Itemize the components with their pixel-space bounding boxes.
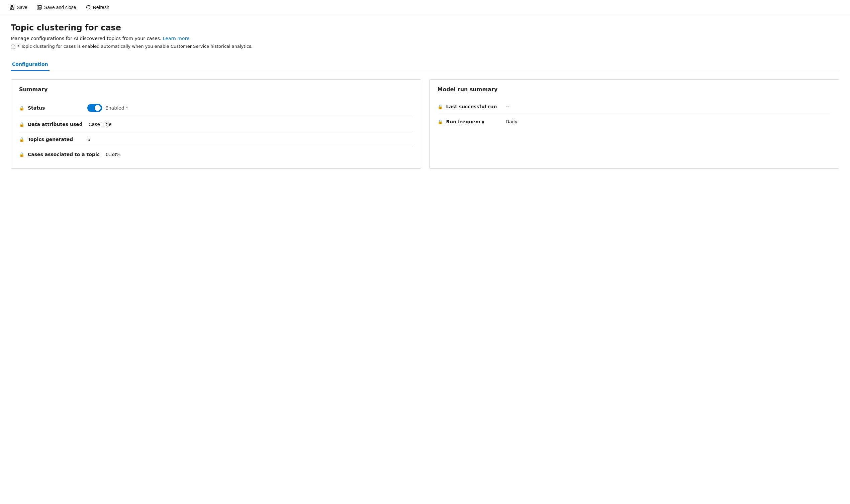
refresh-label: Refresh <box>93 5 109 10</box>
save-label: Save <box>17 5 28 10</box>
svg-rect-7 <box>39 5 41 6</box>
svg-rect-3 <box>11 8 12 9</box>
page-description-text: Manage configurations for AI discovered … <box>11 36 161 41</box>
data-attributes-label: Data attributes used <box>28 122 83 127</box>
data-attributes-lock-icon: 🔒 <box>19 122 24 127</box>
page-notice: ⓘ * Topic clustering for cases is enable… <box>11 44 839 50</box>
model-run-card-title: Model run summary <box>437 86 831 93</box>
cards-row: Summary 🔒 Status Enabled * 🔒 Data attrib… <box>11 79 839 169</box>
svg-rect-1 <box>11 5 13 7</box>
page-title: Topic clustering for case <box>11 23 839 32</box>
save-close-icon <box>37 5 42 10</box>
last-run-field-row: 🔒 Last successful run -- <box>437 99 831 114</box>
summary-card-title: Summary <box>19 86 413 93</box>
toolbar: Save Save and close Refresh <box>0 0 850 15</box>
save-close-label: Save and close <box>44 5 76 10</box>
last-run-value: -- <box>506 104 509 109</box>
refresh-icon <box>86 5 91 10</box>
topics-lock-icon: 🔒 <box>19 137 24 142</box>
tab-configuration-label: Configuration <box>12 61 48 67</box>
status-field-row: 🔒 Status Enabled * <box>19 99 413 117</box>
cases-associated-field-row: 🔒 Cases associated to a topic 0.58% <box>19 147 413 162</box>
last-run-lock-icon: 🔒 <box>437 104 443 109</box>
data-attributes-value: Case Title <box>89 122 112 127</box>
status-label: Status <box>28 105 81 111</box>
topics-generated-field-row: 🔒 Topics generated 6 <box>19 132 413 147</box>
run-frequency-field-row: 🔒 Run frequency Daily <box>437 114 831 129</box>
topics-generated-value: 6 <box>87 137 90 142</box>
page-description: Manage configurations for AI discovered … <box>11 36 839 41</box>
refresh-button[interactable]: Refresh <box>82 3 114 12</box>
summary-card: Summary 🔒 Status Enabled * 🔒 Data attrib… <box>11 79 421 169</box>
toggle-slider <box>87 104 102 112</box>
tabs-bar: Configuration <box>11 58 839 71</box>
run-frequency-value: Daily <box>506 119 518 124</box>
status-toggle-label: Enabled * <box>105 105 128 111</box>
data-attributes-field-row: 🔒 Data attributes used Case Title <box>19 117 413 132</box>
model-run-card: Model run summary 🔒 Last successful run … <box>429 79 839 169</box>
run-frequency-lock-icon: 🔒 <box>437 119 443 124</box>
topics-generated-label: Topics generated <box>28 137 81 142</box>
status-lock-icon: 🔒 <box>19 106 24 111</box>
save-icon <box>10 5 15 10</box>
run-frequency-label: Run frequency <box>446 119 500 124</box>
notice-text: * Topic clustering for cases is enabled … <box>17 44 253 49</box>
page-content: Topic clustering for case Manage configu… <box>0 15 850 177</box>
save-button[interactable]: Save <box>5 3 32 12</box>
info-icon: ⓘ <box>11 44 15 50</box>
cases-lock-icon: 🔒 <box>19 152 24 157</box>
cases-associated-label: Cases associated to a topic <box>28 152 100 157</box>
learn-more-link[interactable]: Learn more <box>163 36 190 41</box>
save-close-button[interactable]: Save and close <box>33 3 80 12</box>
status-toggle[interactable] <box>87 104 102 112</box>
status-toggle-container: Enabled * <box>87 104 128 112</box>
cases-associated-value: 0.58% <box>106 152 120 157</box>
last-run-label: Last successful run <box>446 104 500 109</box>
tab-configuration[interactable]: Configuration <box>11 58 50 71</box>
